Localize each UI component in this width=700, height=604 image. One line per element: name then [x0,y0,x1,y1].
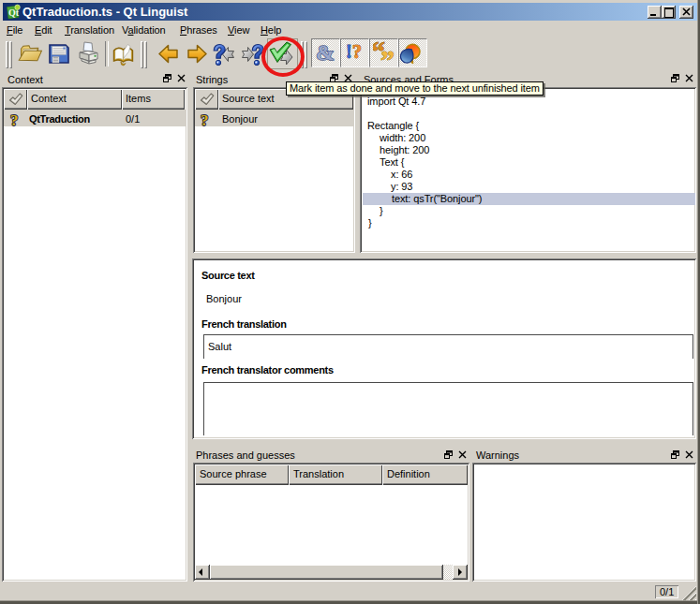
svg-text:”: ” [380,44,395,64]
svg-text:?: ? [352,41,362,62]
svg-text:?: ? [201,112,209,128]
svg-text:?: ? [10,112,19,128]
svg-text:&: & [316,41,335,64]
svg-text:!: ! [346,41,352,62]
